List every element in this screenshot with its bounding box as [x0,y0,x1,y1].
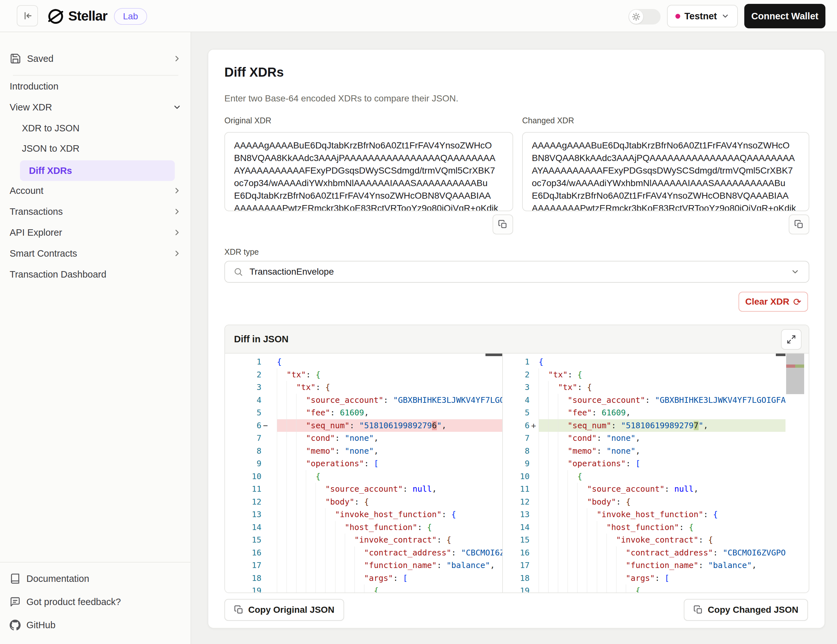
sidebar-item-introduction[interactable]: Introduction [10,77,182,96]
github-icon [10,619,21,631]
sidebar-item-label: JSON to XDR [10,143,79,154]
diff-sign [530,445,538,458]
code-line: 2"tx": { [504,368,786,381]
original-xdr-textarea[interactable]: AAAAAgAAAABuE6DqJtabKrzBfrNo6A0Zt1FrFAV4… [224,132,513,211]
xdr-line: AAAAAAAAPwtzERmckr3bKoE83RctVRTooYz9o80j… [532,202,800,211]
line-number: 5 [225,406,261,419]
line-number: 13 [225,508,261,521]
code-line: 18"args": [ [225,572,502,585]
xdr-line: E6DqJtabKrzBfrNo6A0Zt1FrFAV4YnsoZWHcOBN8… [234,189,504,202]
code-line: 7"cond": "none", [225,432,502,445]
network-label: Testnet [684,11,717,21]
code-line: 10{ [225,470,502,483]
line-number: 15 [225,534,261,546]
code-line: 10{ [504,470,786,483]
code-line: 19{ [504,585,786,593]
diff-editor-changed-pane[interactable]: 1{2"tx": {3"tx": {4"source_account": "GB… [504,353,786,593]
chevron-right-icon [172,207,182,216]
connect-wallet-button[interactable]: Connect Wallet [744,4,826,28]
diff-sign [530,483,538,496]
diff-editor: 1{2"tx": {3"tx": {4"source_account": "GB… [225,353,809,593]
diff-sign [261,496,277,508]
vertical-scrollbar[interactable] [786,353,804,593]
code-line: 7"cond": "none", [504,432,786,445]
line-number: 19 [225,585,261,593]
copy-changed-json-button[interactable]: Copy Changed JSON [684,599,808,621]
diff-overview-marks [786,365,804,368]
copy-original-xdr-button[interactable] [492,214,513,235]
diff-sign [530,534,538,546]
chevron-right-icon [172,249,182,258]
sidebar-item-saved[interactable]: Saved [10,48,182,69]
copy-icon [234,605,244,615]
sidebar-item-documentation[interactable]: Documentation [10,569,182,588]
sidebar-item-label: View XDR [10,102,52,113]
diff-sign [261,508,277,521]
sidebar: Saved Introduction View XDR XDR to JSON … [0,32,191,644]
clear-xdr-button[interactable]: Clear XDR ⟳ [739,292,808,312]
diff-sign [261,559,277,572]
speech-bubble-icon [10,596,21,607]
line-number: 14 [225,521,261,534]
line-number: 10 [225,470,261,483]
copy-icon [794,220,804,229]
diff-sign [261,585,277,593]
copy-changed-json-label: Copy Changed JSON [707,605,798,615]
xdr-line: AYAAAAAAAAAAFExyPDGsqsDWySCSdmgd/trmVQml… [234,164,504,177]
diff-xdrs-page: Diff XDRs Enter two Base-64 encoded XDRs… [208,49,825,629]
diff-sign [530,432,538,445]
diff-editor-sash[interactable] [502,353,503,593]
chevron-down-icon [172,103,182,112]
diff-sign [261,381,277,394]
chevron-down-icon [721,12,729,20]
diff-sign [530,585,538,593]
diff-sign [261,534,277,546]
diff-sign [530,457,538,470]
code-line: 16"contract_address": "CBCMOI6ZVGPOJVWNH… [225,546,502,559]
line-number: 6 [504,419,530,432]
chevron-right-icon [172,54,182,63]
code-line: 5"fee": 61609, [504,406,786,419]
network-selector[interactable]: Testnet [667,5,738,27]
xdr-type-select[interactable]: TransactionEnvelope [224,261,809,283]
sidebar-item-view-xdr[interactable]: View XDR [10,98,182,117]
sidebar-item-xdr-to-json[interactable]: XDR to JSON [10,118,182,138]
code-line: 8"memo": "none", [504,445,786,458]
sidebar-item-label: XDR to JSON [10,123,79,134]
expand-diff-button[interactable] [781,329,802,350]
diff-sign [530,394,538,407]
sidebar-item-transaction-dashboard[interactable]: Transaction Dashboard [10,264,182,284]
sidebar-item-transactions[interactable]: Transactions [10,202,182,221]
sidebar-item-api-explorer[interactable]: API Explorer [10,223,182,242]
diff-sign [261,394,277,407]
sidebar-item-github[interactable]: GitHub [10,616,182,634]
xdr-line: oc7op34/wAAAAdiYWxhbmNlAAAAAAIAAASAAAAAA… [234,177,504,189]
sidebar-item-diff-xdrs[interactable]: Diff XDRs [20,160,175,181]
line-number: 9 [225,457,261,470]
fullscreen-expand-icon [786,335,796,344]
sidebar-item-feedback[interactable]: Got product feedback? [10,593,182,611]
copy-original-json-button[interactable]: Copy Original JSON [224,599,344,621]
diff-editor-original-pane[interactable]: 1{2"tx": {3"tx": {4"source_account": "GB… [225,353,502,593]
collapse-sidebar-button[interactable] [17,5,38,26]
diff-sign [261,406,277,419]
sidebar-item-smart-contracts[interactable]: Smart Contracts [10,244,182,263]
line-number: 19 [504,585,530,593]
code-line: 6−"seq_num": "518106199892796", [225,419,502,432]
horizontal-scrollbar-thumb-right[interactable] [776,353,786,356]
changed-xdr-textarea[interactable]: AAAAAgAAAABuE6DqJtabKrzBfrNo6A0Zt1FrFAV4… [522,132,809,211]
xdr-line: AYAAAAAAAAAAFExyPDGsqsDWySCSdmgd/trmVQml… [532,164,800,177]
page-subtitle: Enter two Base-64 encoded XDRs to compar… [224,94,458,104]
sidebar-item-label: GitHub [26,620,55,631]
vertical-scrollbar-thumb[interactable] [786,353,804,394]
theme-toggle[interactable] [629,9,661,25]
code-line: 11"source_account": null, [225,483,502,496]
code-line: 6+"seq_num": "518106199892797", [504,419,786,432]
sidebar-item-account[interactable]: Account [10,181,182,200]
horizontal-scrollbar-thumb-left[interactable] [486,353,502,356]
sidebar-item-label: Transactions [10,206,63,217]
line-number: 4 [504,394,530,407]
copy-changed-xdr-button[interactable] [789,214,809,235]
sidebar-item-json-to-xdr[interactable]: JSON to XDR [10,139,182,158]
code-line: 5"fee": 61609, [225,406,502,419]
